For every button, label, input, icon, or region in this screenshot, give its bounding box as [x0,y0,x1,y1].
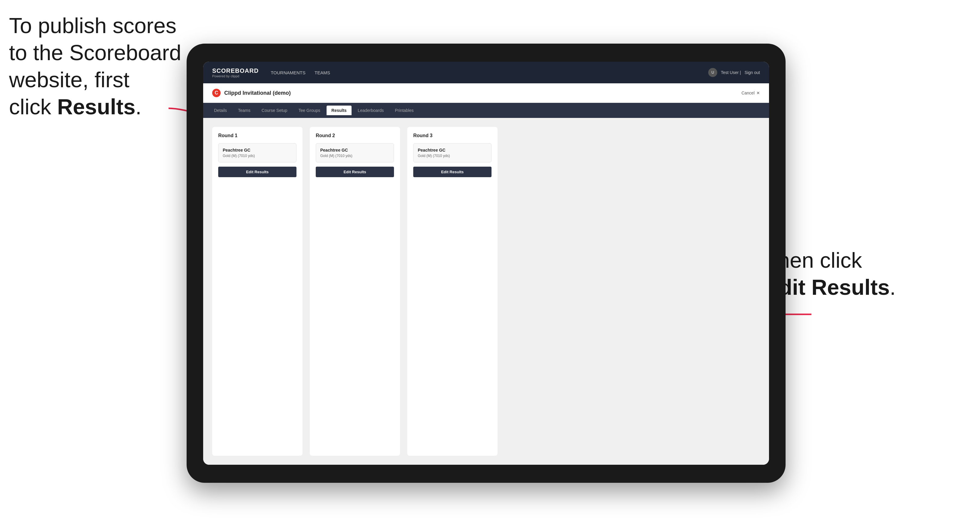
tab-printables[interactable]: Printables [390,106,418,115]
round-3-edit-results-button[interactable]: Edit Results [413,167,492,177]
tablet-screen: SCOREBOARD Powered by clippd TOURNAMENTS… [203,62,769,465]
round-1-title: Round 1 [218,133,296,138]
top-navbar: SCOREBOARD Powered by clippd TOURNAMENTS… [203,62,769,83]
logo-container: SCOREBOARD Powered by clippd [212,67,259,78]
nav-teams[interactable]: TEAMS [315,69,330,76]
nav-right: U Test User | Sign out [708,68,760,77]
cancel-button[interactable]: Cancel ✕ [741,90,760,95]
round-3-card: Round 3 Peachtree GC Gold (M) (7010 yds)… [407,127,498,456]
tournament-title-row: C Clippd Invitational (demo) [212,89,291,97]
nav-links: TOURNAMENTS TEAMS [270,69,708,76]
tab-teams[interactable]: Teams [233,106,255,115]
tab-details[interactable]: Details [209,106,232,115]
round-1-course-card: Peachtree GC Gold (M) (7010 yds) [218,143,296,162]
user-text: Test User | [721,70,741,75]
clippd-icon: C [212,89,221,97]
round-1-edit-results-button[interactable]: Edit Results [218,167,296,177]
round-2-course-card: Peachtree GC Gold (M) (7010 yds) [316,143,394,162]
round-2-card: Round 2 Peachtree GC Gold (M) (7010 yds)… [310,127,400,456]
round-3-course-name: Peachtree GC [418,148,487,152]
main-content: Round 1 Peachtree GC Gold (M) (7010 yds)… [203,118,769,465]
round-2-edit-results-button[interactable]: Edit Results [316,167,394,177]
tab-leaderboards[interactable]: Leaderboards [353,106,388,115]
tournament-header: C Clippd Invitational (demo) Cancel ✕ [203,83,769,103]
round-1-course-name: Peachtree GC [223,148,292,152]
round-3-title: Round 3 [413,133,492,138]
round-3-course-card: Peachtree GC Gold (M) (7010 yds) [413,143,492,162]
tab-bar: Details Teams Course Setup Tee Groups Re… [203,103,769,118]
nav-tournaments[interactable]: TOURNAMENTS [270,69,305,76]
round-2-course-details: Gold (M) (7010 yds) [320,154,390,158]
round-3-course-details: Gold (M) (7010 yds) [418,154,487,158]
round-2-course-name: Peachtree GC [320,148,390,152]
tablet-frame: SCOREBOARD Powered by clippd TOURNAMENTS… [187,44,786,483]
round-2-title: Round 2 [316,133,394,138]
round-1-card: Round 1 Peachtree GC Gold (M) (7010 yds)… [212,127,302,456]
logo-text: SCOREBOARD [212,67,259,74]
tab-results[interactable]: Results [326,106,352,115]
user-avatar: U [708,68,717,77]
tab-course-setup[interactable]: Course Setup [257,106,292,115]
round-1-course-details: Gold (M) (7010 yds) [223,154,292,158]
tab-tee-groups[interactable]: Tee Groups [294,106,325,115]
sign-out-link[interactable]: Sign out [745,70,760,75]
instruction-text-left: To publish scores to the Scoreboard webs… [9,12,181,120]
logo-subtitle: Powered by clippd [212,74,259,78]
tournament-name: Clippd Invitational (demo) [224,90,291,96]
